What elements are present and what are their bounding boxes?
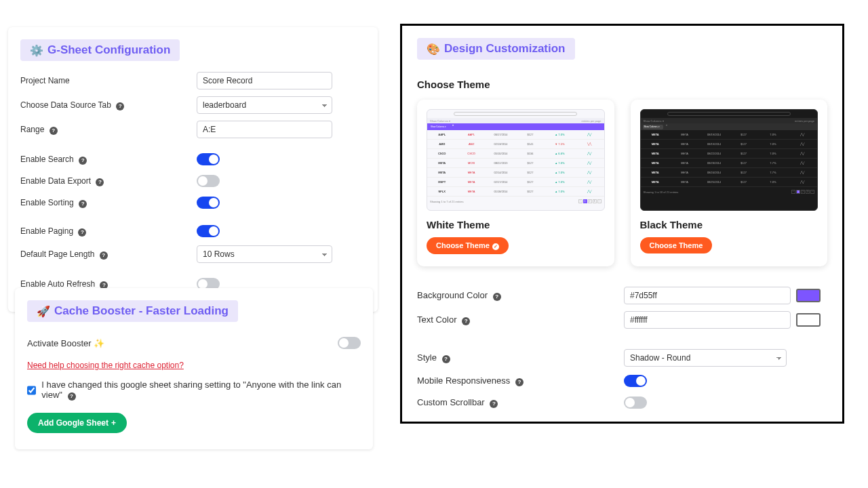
help-icon[interactable]: ? bbox=[100, 251, 108, 260]
sharing-confirm-label: I have changed this google sheet sharing… bbox=[41, 380, 361, 401]
palette-icon: 🎨 bbox=[427, 43, 440, 55]
design-title: 🎨Design Customization bbox=[417, 38, 575, 60]
range-label: Range ? bbox=[20, 125, 197, 135]
page-length-label: Default Page Length ? bbox=[20, 249, 197, 260]
enable-sorting-toggle[interactable] bbox=[197, 197, 220, 209]
cache-title: 🚀Cache Booster - Faster Loading bbox=[27, 300, 238, 322]
help-icon[interactable]: ? bbox=[79, 157, 87, 165]
design-customization-panel: 🎨Design Customization Choose Theme Show … bbox=[400, 24, 844, 424]
style-select[interactable]: Shadow - Round bbox=[624, 349, 787, 367]
cache-booster-panel: 🚀Cache Booster - Faster Loading Activate… bbox=[15, 288, 373, 449]
project-name-label: Project Name bbox=[20, 76, 197, 85]
text-color-swatch[interactable] bbox=[796, 313, 821, 327]
help-icon[interactable]: ? bbox=[50, 127, 58, 135]
gear-icon: ⚙️ bbox=[30, 45, 43, 56]
choose-black-theme-button[interactable]: Choose Theme bbox=[640, 237, 713, 253]
choose-white-theme-button[interactable]: Choose Theme✓ bbox=[427, 237, 509, 254]
project-name-input[interactable] bbox=[197, 72, 332, 89]
black-theme-title: Black Theme bbox=[640, 219, 818, 230]
help-icon[interactable]: ? bbox=[515, 378, 524, 386]
rocket-icon: 🚀 bbox=[37, 306, 50, 317]
page-length-select[interactable]: 10 Rows bbox=[197, 245, 332, 263]
white-theme-title: White Theme bbox=[427, 219, 605, 230]
bg-color-swatch[interactable] bbox=[796, 289, 821, 302]
enable-search-toggle[interactable] bbox=[197, 153, 220, 165]
range-input[interactable] bbox=[197, 121, 332, 138]
data-source-tab-select[interactable]: leaderboard bbox=[197, 96, 332, 114]
text-color-label: Text Color ? bbox=[417, 314, 624, 325]
black-theme-card: Show Columns ▾entries per page Show Colu… bbox=[631, 100, 828, 266]
activate-booster-toggle[interactable] bbox=[338, 337, 361, 349]
help-icon[interactable]: ? bbox=[116, 102, 124, 110]
enable-export-toggle[interactable] bbox=[197, 175, 220, 187]
data-source-tab-label: Choose Data Source Tab ? bbox=[20, 100, 197, 110]
enable-sorting-label: Enable Sorting ? bbox=[20, 198, 197, 208]
help-icon[interactable]: ? bbox=[96, 178, 104, 186]
style-label: Style ? bbox=[417, 352, 624, 363]
black-theme-preview: Show Columns ▾entries per page Show Colu… bbox=[640, 109, 818, 211]
help-icon[interactable]: ? bbox=[442, 355, 450, 363]
cache-help-link[interactable]: Need help choosing the right cache optio… bbox=[27, 361, 184, 370]
add-google-sheet-button[interactable]: Add Google Sheet+ bbox=[27, 413, 127, 433]
help-icon[interactable]: ? bbox=[78, 228, 86, 237]
enable-paging-label: Enable Paging ? bbox=[20, 226, 197, 237]
mobile-responsiveness-toggle[interactable] bbox=[624, 375, 647, 387]
text-color-input[interactable] bbox=[624, 311, 791, 329]
help-icon[interactable]: ? bbox=[493, 293, 501, 301]
bg-color-label: Background Color ? bbox=[417, 290, 624, 301]
white-theme-preview: Show Columns ▾entries per page Show Colu… bbox=[427, 109, 605, 211]
enable-export-label: Enable Data Export ? bbox=[20, 176, 197, 186]
mobile-responsiveness-label: Mobile Responsiveness ? bbox=[417, 375, 624, 386]
activate-booster-label: Activate Booster ✨ bbox=[27, 338, 104, 348]
check-icon: ✓ bbox=[492, 243, 499, 250]
gsheet-config-panel: ⚙️G-Sheet Configuration Project Name Cho… bbox=[8, 27, 378, 312]
sharing-confirm-checkbox[interactable] bbox=[27, 386, 36, 395]
plus-icon: + bbox=[111, 418, 116, 428]
help-icon[interactable]: ? bbox=[490, 400, 498, 408]
white-theme-card: Show Columns ▾entries per page Show Colu… bbox=[417, 100, 614, 266]
help-icon[interactable]: ? bbox=[462, 317, 470, 325]
help-icon[interactable]: ? bbox=[68, 392, 76, 401]
gsheet-title: ⚙️G-Sheet Configuration bbox=[20, 39, 180, 61]
bg-color-input[interactable] bbox=[624, 287, 791, 304]
custom-scrollbar-toggle[interactable] bbox=[624, 396, 647, 409]
enable-paging-toggle[interactable] bbox=[197, 225, 220, 237]
enable-search-label: Enable Search ? bbox=[20, 155, 197, 165]
help-icon[interactable]: ? bbox=[79, 200, 87, 208]
choose-theme-label: Choose Theme bbox=[417, 79, 827, 90]
custom-scrollbar-label: Custom Scrollbar ? bbox=[417, 397, 624, 408]
